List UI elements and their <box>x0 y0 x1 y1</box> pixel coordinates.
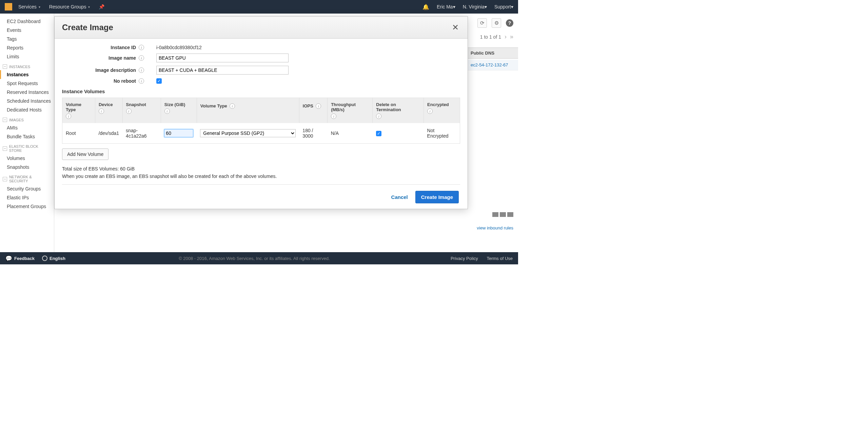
modal-title: Create Image <box>62 23 451 32</box>
info-icon[interactable]: i <box>139 67 144 73</box>
image-name-input[interactable] <box>156 54 289 62</box>
cell-root: Root <box>62 123 95 144</box>
modal-header: Create Image ✕ <box>55 17 468 39</box>
sidebar-limits[interactable]: Limits <box>0 52 54 61</box>
collapse-icon: − <box>3 146 7 151</box>
user-menu[interactable]: Eric Ma ▾ <box>437 4 455 9</box>
sidebar-group-images[interactable]: − IMAGES <box>0 114 54 123</box>
col-iops: IOPS i <box>299 98 327 123</box>
info-icon[interactable]: i <box>139 78 144 84</box>
chevron-down-icon: ▾ <box>88 5 90 9</box>
region-label: N. Virginia <box>463 4 485 9</box>
delete-on-termination-checkbox[interactable]: ✓ <box>376 131 381 136</box>
column-header-public-dns[interactable]: Public DNS <box>467 47 518 59</box>
collapse-icon: − <box>3 64 7 69</box>
pin-icon[interactable]: 📌 <box>99 4 104 9</box>
layout-option-icon[interactable] <box>500 212 506 217</box>
info-icon[interactable]: i <box>376 114 381 119</box>
instance-public-dns[interactable]: ec2-54-172-132-67 <box>467 60 518 70</box>
resource-groups-menu[interactable]: Resource Groups ▾ <box>49 4 90 9</box>
terms-of-use-link[interactable]: Terms of Use <box>487 256 513 261</box>
sidebar-instances[interactable]: Instances <box>0 70 54 79</box>
page-last-icon[interactable]: » <box>510 33 513 40</box>
label-no-reboot: No reboot <box>114 78 136 84</box>
resource-groups-label: Resource Groups <box>49 4 86 9</box>
layout-option-icon[interactable] <box>492 212 498 217</box>
image-description-input[interactable] <box>156 66 289 75</box>
modal-footer: Cancel Create Image <box>62 184 460 207</box>
feedback-label: Feedback <box>14 256 35 261</box>
volume-type-select[interactable]: General Purpose SSD (GP2) <box>200 129 296 137</box>
value-instance-id: i-0a8b0cdc89380cf12 <box>156 45 202 50</box>
sidebar-snapshots[interactable]: Snapshots <box>0 163 54 171</box>
info-icon[interactable]: i <box>66 114 71 119</box>
info-icon[interactable]: i <box>126 108 132 114</box>
settings-button[interactable]: ⚙ <box>492 18 501 28</box>
group-label: INSTANCES <box>9 65 30 69</box>
create-image-modal: Create Image ✕ Instance ID i i-0a8b0cdc8… <box>54 16 468 209</box>
sidebar-reports[interactable]: Reports <box>0 43 54 52</box>
support-menu[interactable]: Support ▾ <box>494 4 513 9</box>
region-menu[interactable]: N. Virginia ▾ <box>463 4 487 9</box>
sidebar-ec2-dashboard[interactable]: EC2 Dashboard <box>0 17 54 26</box>
col-delete-on-termination: Delete on Termination i <box>373 98 424 123</box>
info-icon[interactable]: i <box>164 108 170 114</box>
sidebar-placement-groups[interactable]: Placement Groups <box>0 202 54 211</box>
col-snapshot: Snapshot i <box>122 98 161 123</box>
cell-snapshot: snap-4c1a22a6 <box>122 123 161 144</box>
sidebar-tags[interactable]: Tags <box>0 35 54 43</box>
add-new-volume-button[interactable]: Add New Volume <box>62 148 108 160</box>
sidebar-security-groups[interactable]: Security Groups <box>0 184 54 193</box>
col-volume-type-select: Volume Type i <box>197 98 299 123</box>
language-selector[interactable]: English <box>42 256 65 261</box>
info-icon[interactable]: i <box>139 55 144 61</box>
pager-text: 1 to 1 of 1 <box>480 34 501 40</box>
privacy-policy-link[interactable]: Privacy Policy <box>451 256 478 261</box>
sidebar-reserved-instances[interactable]: Reserved Instances <box>0 88 54 97</box>
services-menu[interactable]: Services ▾ <box>18 4 40 9</box>
paginator: 1 to 1 of 1 › » <box>480 33 513 40</box>
info-icon[interactable]: i <box>230 103 235 109</box>
row-instance-id: Instance ID i i-0a8b0cdc89380cf12 <box>62 45 460 50</box>
cell-encrypted: Not Encrypted <box>424 123 460 144</box>
sidebar-group-network[interactable]: − NETWORK & SECURITY <box>0 171 54 184</box>
user-label: Eric Ma <box>437 4 453 9</box>
info-icon[interactable]: i <box>331 114 336 119</box>
info-icon[interactable]: i <box>99 108 104 114</box>
sidebar-events[interactable]: Events <box>0 26 54 35</box>
layout-option-icon[interactable] <box>507 212 513 217</box>
cancel-button[interactable]: Cancel <box>391 194 408 200</box>
globe-icon <box>42 256 47 261</box>
volume-size-input[interactable] <box>164 129 193 137</box>
aws-logo-icon[interactable] <box>5 3 12 11</box>
cell-iops: 180 / 3000 <box>299 123 327 144</box>
help-button[interactable]: ? <box>506 19 513 27</box>
sidebar-dedicated-hosts[interactable]: Dedicated Hosts <box>0 105 54 114</box>
speech-bubble-icon: 💬 <box>5 255 12 262</box>
notifications-icon[interactable]: 🔔 <box>422 4 429 10</box>
panel-layout-icons <box>492 212 513 217</box>
create-image-button[interactable]: Create Image <box>415 191 459 203</box>
sidebar-amis[interactable]: AMIs <box>0 123 54 132</box>
feedback-button[interactable]: 💬 Feedback <box>5 255 35 262</box>
sidebar-group-instances[interactable]: − INSTANCES <box>0 61 54 70</box>
close-icon[interactable]: ✕ <box>451 23 460 32</box>
refresh-button[interactable]: ⟳ <box>477 18 487 28</box>
page-next-icon[interactable]: › <box>505 33 507 40</box>
sidebar-volumes[interactable]: Volumes <box>0 154 54 163</box>
row-no-reboot: No reboot i ✓ <box>62 78 460 84</box>
group-label: ELASTIC BLOCK STORE <box>9 144 51 153</box>
sidebar-bundle-tasks[interactable]: Bundle Tasks <box>0 132 54 141</box>
sidebar-elastic-ips[interactable]: Elastic IPs <box>0 193 54 202</box>
sidebar-group-ebs[interactable]: − ELASTIC BLOCK STORE <box>0 141 54 154</box>
collapse-icon: − <box>3 177 7 181</box>
view-inbound-rules-link[interactable]: view inbound rules <box>477 225 513 230</box>
sidebar-spot-requests[interactable]: Spot Requests <box>0 79 54 88</box>
info-icon[interactable]: i <box>139 45 144 50</box>
info-icon[interactable]: i <box>316 103 321 109</box>
no-reboot-checkbox[interactable]: ✓ <box>156 78 162 84</box>
label-image-name: Image name <box>108 55 136 61</box>
modal-body: Instance ID i i-0a8b0cdc89380cf12 Image … <box>55 39 468 209</box>
sidebar-scheduled-instances[interactable]: Scheduled Instances <box>0 97 54 105</box>
info-icon[interactable]: i <box>427 108 433 114</box>
